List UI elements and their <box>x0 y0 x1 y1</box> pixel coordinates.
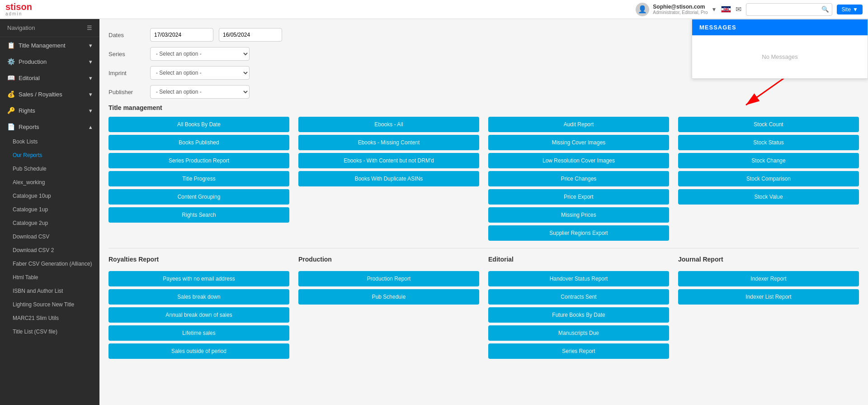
btn-production-report[interactable]: Production Report <box>298 271 479 286</box>
btn-lifetime-sales[interactable]: Lifetime sales <box>108 325 289 341</box>
hamburger-icon[interactable]: ☰ <box>87 24 92 31</box>
site-button[interactable]: Site ▼ <box>837 5 863 14</box>
btn-price-export[interactable]: Price Export <box>488 189 669 205</box>
search-input[interactable] <box>746 6 819 13</box>
sidebar-item-editorial[interactable]: 📖Editorial ▾ <box>0 70 99 86</box>
btn-payees-no-email[interactable]: Payees with no email address <box>108 271 289 286</box>
btn-audit-report[interactable]: Audit Report <box>488 117 669 132</box>
production-title: Production <box>298 256 479 263</box>
publisher-select[interactable]: - Select an option - <box>150 85 250 99</box>
stock-col: Stock Count Stock Status Stock Change St… <box>678 117 859 241</box>
sidebar-sub-isbn-author[interactable]: ISBN and Author List <box>0 284 99 298</box>
btn-ebooks-missing-content[interactable]: Ebooks - Missing Content <box>298 135 479 150</box>
btn-missing-cover-images[interactable]: Missing Cover Images <box>488 135 669 150</box>
btn-series-report[interactable]: Series Report <box>488 343 669 359</box>
btn-handover-status-report[interactable]: Handover Status Report <box>488 271 669 286</box>
editorial-icon: 📖 <box>7 74 15 81</box>
user-name: Sophie@stison.com <box>653 4 708 10</box>
sidebar-sub-catalogue-10up[interactable]: Catalogue 10up <box>0 189 99 203</box>
sidebar-sub-pub-schedule[interactable]: Pub Schedule <box>0 162 99 176</box>
sidebar-sub-marc21[interactable]: MARC21 Slim Utils <box>0 311 99 325</box>
editorial-title: Editorial <box>488 256 669 263</box>
user-dropdown-button[interactable]: ▼ <box>712 6 717 13</box>
dates-label: Dates <box>108 32 145 38</box>
btn-annual-break-down[interactable]: Annual break down of sales <box>108 307 289 323</box>
sidebar-sub-download-csv[interactable]: Download CSV <box>0 230 99 243</box>
logo: stison admin <box>5 2 32 16</box>
btn-pub-schedule[interactable]: Pub Schedule <box>298 289 479 305</box>
sidebar-sub-catalogue-2up[interactable]: Catalogue 2up <box>0 216 99 230</box>
editorial-col: Editorial Handover Status Report Contrac… <box>488 256 669 359</box>
sidebar-sub-title-list-csv[interactable]: Title List (CSV file) <box>0 325 99 338</box>
publisher-row: Publisher - Select an option - <box>108 85 859 99</box>
reports-icon: 📄 <box>7 123 15 130</box>
royalties-col: Royalties Report Payees with no email ad… <box>108 256 289 359</box>
btn-stock-comparison[interactable]: Stock Comparison <box>678 171 859 186</box>
btn-contracts-sent[interactable]: Contracts Sent <box>488 289 669 305</box>
btn-stock-status[interactable]: Stock Status <box>678 135 859 150</box>
btn-indexer-report[interactable]: Indexer Report <box>678 271 859 286</box>
sidebar-item-title-management[interactable]: 📋Title Management ▾ <box>0 37 99 53</box>
layout: Navigation ☰ 📋Title Management ▾ ⚙️Produ… <box>0 19 868 405</box>
title-mgmt-icon: 📋 <box>7 42 15 49</box>
btn-missing-prices[interactable]: Missing Prices <box>488 207 669 223</box>
sidebar-sub-our-reports[interactable]: Our Reports <box>0 148 99 162</box>
btn-stock-count[interactable]: Stock Count <box>678 117 859 132</box>
series-label: Series <box>108 51 145 57</box>
btn-price-changes[interactable]: Price Changes <box>488 171 669 186</box>
sidebar-sub-book-lists[interactable]: Book Lists <box>0 135 99 148</box>
ebooks-col: Ebooks - All Ebooks - Missing Content Eb… <box>298 117 479 241</box>
top-bar: stison admin 👤 Sophie@stison.com Adminis… <box>0 0 868 19</box>
btn-content-grouping[interactable]: Content Grouping <box>108 189 289 205</box>
btn-books-published[interactable]: Books Published <box>108 135 289 150</box>
search-button[interactable]: 🔍 <box>819 6 832 13</box>
sidebar-item-production[interactable]: ⚙️Production ▾ <box>0 53 99 70</box>
series-select[interactable]: - Select an option - <box>150 47 250 61</box>
btn-series-production-report[interactable]: Series Production Report <box>108 153 289 168</box>
sidebar-sub-alex-working[interactable]: Alex_working <box>0 176 99 189</box>
sidebar-sub-lighting-source[interactable]: Lighting Source New Title <box>0 298 99 311</box>
top-sections-container: All Books By Date Books Published Series… <box>108 117 859 241</box>
user-details: Sophie@stison.com Administrator, Editori… <box>653 4 708 15</box>
btn-indexer-list-report[interactable]: Indexer List Report <box>678 289 859 305</box>
journal-title: Journal Report <box>678 256 859 263</box>
title-management-title: Title management <box>108 104 859 111</box>
date-from-input[interactable] <box>150 28 213 42</box>
chevron-down-icon: ▾ <box>89 42 92 49</box>
btn-future-books-by-date[interactable]: Future Books By Date <box>488 307 669 323</box>
btn-sales-break-down[interactable]: Sales break down <box>108 289 289 305</box>
sidebar-item-reports[interactable]: 📄Reports ▴ <box>0 119 99 135</box>
sidebar-sub-faber-csv[interactable]: Faber CSV Generation (Alliance) <box>0 257 99 271</box>
btn-all-books-by-date[interactable]: All Books By Date <box>108 117 289 132</box>
sidebar-item-rights[interactable]: 🔑Rights ▾ <box>0 102 99 119</box>
logo-admin: admin <box>5 11 32 16</box>
messages-popup: MESSAGES No Messages <box>692 19 868 79</box>
production-icon: ⚙️ <box>7 58 15 65</box>
flag-icon: 🇬🇧 <box>721 6 731 13</box>
user-role: Administrator, Editorial, Pro <box>653 10 708 15</box>
btn-books-duplicate-asins[interactable]: Books With Duplicate ASINs <box>298 171 479 186</box>
messages-body: No Messages <box>692 35 868 78</box>
btn-title-progress[interactable]: Title Progress <box>108 171 289 186</box>
rights-icon: 🔑 <box>7 107 15 114</box>
btn-supplier-regions-export[interactable]: Supplier Regions Export <box>488 225 669 241</box>
date-to-input[interactable] <box>219 28 282 42</box>
top-bar-left: stison admin <box>5 2 36 16</box>
sidebar-sub-download-csv-2[interactable]: Download CSV 2 <box>0 243 99 257</box>
btn-stock-value[interactable]: Stock Value <box>678 189 859 205</box>
btn-stock-change[interactable]: Stock Change <box>678 153 859 168</box>
royalties-title: Royalties Report <box>108 256 289 263</box>
btn-ebooks-all[interactable]: Ebooks - All <box>298 117 479 132</box>
imprint-select[interactable]: - Select an option - <box>150 66 250 80</box>
btn-sales-outside-period[interactable]: Sales outside of period <box>108 343 289 359</box>
btn-low-resolution-cover-images[interactable]: Low Resolution Cover Images <box>488 153 669 168</box>
sidebar-item-sales-royalties[interactable]: 💰Sales / Royalties ▾ <box>0 86 99 102</box>
btn-ebooks-with-content[interactable]: Ebooks - With Content but not DRM'd <box>298 153 479 168</box>
btn-rights-search[interactable]: Rights Search <box>108 207 289 223</box>
btn-manuscripts-due[interactable]: Manuscripts Due <box>488 325 669 341</box>
sidebar-sub-html-table[interactable]: Html Table <box>0 271 99 284</box>
divider <box>108 248 859 248</box>
mail-icon[interactable]: ✉ <box>736 5 741 14</box>
sidebar-sub-catalogue-1up[interactable]: Catalogue 1up <box>0 203 99 216</box>
sidebar-header: Navigation ☰ <box>0 19 99 37</box>
